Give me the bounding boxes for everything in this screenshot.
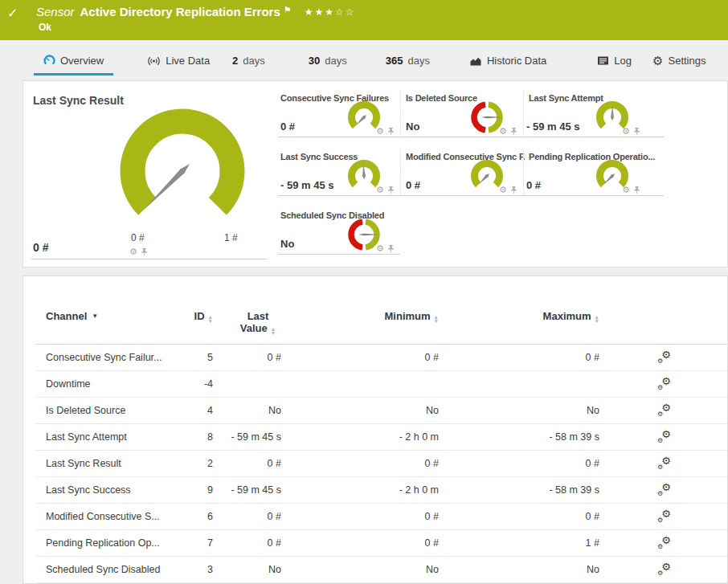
channel-name-cell[interactable]: Is Deleted Source bbox=[46, 405, 190, 416]
column-header-id[interactable]: ID▲▼ bbox=[190, 310, 213, 323]
tab-30-days[interactable]: 30days bbox=[299, 48, 357, 76]
gear-icon[interactable]: ⚙ bbox=[622, 186, 630, 194]
chart-icon bbox=[469, 55, 482, 67]
channel-name-cell[interactable]: Scheduled Sync Disabled bbox=[46, 564, 190, 575]
pin-icon[interactable] bbox=[387, 186, 395, 194]
channel-id-cell: 4 bbox=[190, 405, 213, 416]
channel-name-cell[interactable]: Last Sync Result bbox=[46, 458, 190, 469]
channel-id-cell: 7 bbox=[190, 537, 213, 549]
tab-365-days[interactable]: 365days bbox=[376, 48, 440, 76]
channel-settings-icon[interactable]: ⚙⚙ bbox=[657, 509, 671, 521]
maximum-cell: 0 # bbox=[439, 511, 599, 522]
channel-settings-icon[interactable]: ⚙⚙ bbox=[657, 536, 671, 548]
column-label: Channel bbox=[46, 310, 87, 322]
mini-gauge-grid: Consecutive Sync Failures 0 # ⚙ Is Delet… bbox=[278, 91, 664, 255]
gauge-cell-last-sync-attempt[interactable]: Last Sync Attempt - 59 m 45 s ⚙ bbox=[523, 91, 664, 137]
gauge-cell-actions: ⚙ bbox=[499, 127, 517, 136]
table-row: Modified Consecutive S... 6 0 # 0 # 0 # … bbox=[36, 504, 727, 530]
star-filled-icon[interactable]: ★ bbox=[305, 6, 315, 18]
channel-name-cell[interactable]: Downtime bbox=[46, 378, 190, 390]
pin-icon[interactable] bbox=[510, 127, 517, 136]
table-row: Scheduled Sync Disabled 3 No No No ⚙⚙ bbox=[36, 557, 727, 583]
gauge-cell-scheduled-sync-disabled[interactable]: Scheduled Sync Disabled No ⚙ bbox=[278, 208, 400, 255]
gear-icon[interactable]: ⚙ bbox=[376, 127, 384, 136]
gauge-scale-max: 1 # bbox=[224, 232, 238, 243]
table-row: Last Sync Result 2 0 # 0 # 0 # ⚙⚙ bbox=[36, 451, 727, 477]
gauge-cell-last-sync-success[interactable]: Last Sync Success - 59 m 45 s ⚙ bbox=[278, 149, 400, 196]
channel-actions-cell: ⚙⚙ bbox=[599, 456, 727, 471]
maximum-cell: - 58 m 39 s bbox=[439, 431, 599, 443]
channel-actions-cell: ⚙⚙ bbox=[599, 403, 727, 418]
gear-icon[interactable]: ⚙ bbox=[376, 244, 384, 253]
channel-settings-icon[interactable]: ⚙⚙ bbox=[657, 562, 671, 574]
channel-actions-cell: ⚙⚙ bbox=[599, 483, 727, 497]
pin-icon[interactable] bbox=[141, 247, 148, 256]
channel-name-cell[interactable]: Pending Replication Op... bbox=[46, 537, 190, 549]
gauge-cell-modified-consecutive-sync-f[interactable]: Modified Consecutive Sync F... 0 # ⚙ bbox=[400, 149, 523, 196]
channel-name-cell[interactable]: Last Sync Attempt bbox=[46, 431, 190, 443]
gear-icon[interactable]: ⚙ bbox=[499, 127, 507, 136]
gear-icon[interactable]: ⚙ bbox=[499, 186, 507, 194]
column-label: Last Value bbox=[240, 310, 269, 334]
gauge-cell-is-deleted-source[interactable]: Is Deleted Source No ⚙ bbox=[400, 91, 523, 137]
gauge-cell-actions: ⚙ bbox=[376, 244, 395, 253]
star-filled-icon[interactable]: ★ bbox=[314, 6, 325, 18]
channel-settings-icon[interactable]: ⚙⚙ bbox=[657, 403, 671, 415]
gauge-value: 0 # bbox=[406, 179, 420, 191]
channel-actions-cell: ⚙⚙ bbox=[599, 377, 727, 391]
column-header-channel[interactable]: Channel▼ bbox=[46, 310, 190, 322]
pin-icon[interactable] bbox=[510, 186, 517, 194]
sort-icon: ▲▼ bbox=[595, 316, 599, 323]
maximum-cell: No bbox=[439, 564, 599, 575]
minimum-cell: - 2 h 0 m bbox=[281, 431, 439, 443]
tab-label: Overview bbox=[60, 55, 104, 67]
last-value-cell: 0 # bbox=[213, 352, 281, 363]
tab-label: Log bbox=[614, 55, 632, 67]
gauge-cell-actions: ⚙ bbox=[499, 186, 517, 194]
column-header-maximum[interactable]: Maximum▲▼ bbox=[439, 310, 599, 323]
gear-icon[interactable]: ⚙ bbox=[129, 247, 137, 256]
star-empty-icon[interactable]: ☆ bbox=[346, 6, 356, 18]
gauge-cell-actions: ⚙ bbox=[622, 186, 640, 194]
pin-icon[interactable] bbox=[633, 127, 640, 136]
tab-label-number: 2 bbox=[232, 55, 238, 67]
channel-settings-icon[interactable]: ⚙⚙ bbox=[657, 350, 671, 362]
main-gauge bbox=[110, 99, 255, 243]
gauge-value: 0 # bbox=[280, 120, 295, 133]
gear-icon[interactable]: ⚙ bbox=[376, 186, 384, 194]
column-label: Maximum bbox=[543, 310, 591, 322]
tab-overview[interactable]: Overview bbox=[34, 48, 113, 76]
gear-icon[interactable]: ⚙ bbox=[622, 127, 630, 136]
pin-icon[interactable] bbox=[387, 244, 395, 253]
gauge-cell-last-sync-result[interactable]: Last Sync Result 0 # 1 # 0 # ⚙ bbox=[31, 91, 268, 259]
gauge-cell-pending-replication-operatio[interactable]: Pending Replication Operatio... 0 # ⚙ bbox=[523, 149, 664, 196]
gauge-value: No bbox=[406, 120, 419, 133]
tab-label: Historic Data bbox=[487, 55, 546, 67]
star-rating[interactable]: ★★★☆☆ bbox=[305, 6, 356, 18]
tab-settings[interactable]: ⚙Settings bbox=[643, 48, 715, 76]
star-filled-icon[interactable]: ★ bbox=[325, 6, 335, 18]
minimum-cell: No bbox=[281, 405, 439, 416]
tab-log[interactable]: Log bbox=[587, 48, 641, 76]
channel-settings-icon[interactable]: ⚙⚙ bbox=[657, 377, 671, 389]
table-row: Last Sync Attempt 8 - 59 m 45 s - 2 h 0 … bbox=[36, 424, 727, 451]
last-value-cell: No bbox=[213, 405, 281, 416]
channel-settings-icon[interactable]: ⚙⚙ bbox=[657, 456, 671, 468]
channel-name-cell[interactable]: Consecutive Sync Failur... bbox=[46, 352, 190, 363]
pin-icon[interactable] bbox=[387, 127, 395, 136]
column-label: Minimum bbox=[385, 310, 431, 322]
channel-name-cell[interactable]: Modified Consecutive S... bbox=[46, 511, 190, 522]
gauge-cell-consecutive-sync-failures[interactable]: Consecutive Sync Failures 0 # ⚙ bbox=[278, 91, 400, 137]
pin-icon[interactable] bbox=[633, 186, 640, 194]
channel-settings-icon[interactable]: ⚙⚙ bbox=[657, 483, 671, 495]
tab-historic-data[interactable]: Historic Data bbox=[460, 48, 556, 76]
star-empty-icon[interactable]: ☆ bbox=[335, 6, 346, 18]
tab-live-data[interactable]: Live Data bbox=[137, 48, 219, 76]
column-header-last-value[interactable]: Last Value▲▼ bbox=[213, 310, 281, 335]
column-header-minimum[interactable]: Minimum▲▼ bbox=[281, 310, 439, 323]
channel-settings-icon[interactable]: ⚙⚙ bbox=[657, 430, 671, 442]
channel-name-cell[interactable]: Last Sync Success bbox=[46, 484, 190, 496]
tab-2-days[interactable]: 2days bbox=[223, 48, 275, 76]
maximum-cell: 0 # bbox=[439, 352, 599, 363]
minimum-cell: 0 # bbox=[281, 458, 439, 469]
